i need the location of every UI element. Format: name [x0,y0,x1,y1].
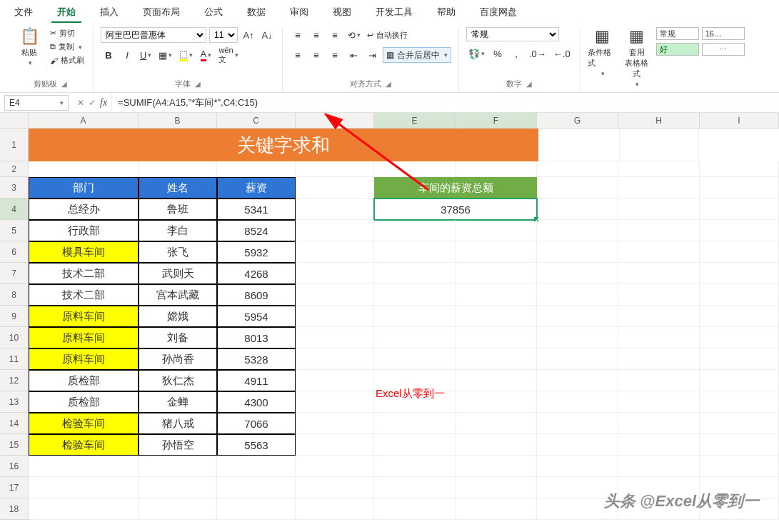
align-center-icon[interactable]: ≡ [308,47,324,63]
row-head-6[interactable]: 6 [0,241,29,263]
cell-A[interactable]: 技术二部 [29,284,139,306]
cell-B[interactable]: 狄仁杰 [139,370,217,391]
row-head-5[interactable]: 5 [0,220,29,241]
cell-D[interactable] [296,263,374,284]
cell-E[interactable] [374,284,456,306]
cell-G[interactable] [537,284,618,306]
cell-I[interactable] [700,241,779,263]
cell-D[interactable] [296,477,374,498]
cell-C[interactable] [217,161,296,177]
cell-D[interactable] [296,348,374,370]
cell-C[interactable]: 薪资 [217,177,296,199]
paste-button[interactable]: 📋粘贴▾ [14,27,44,66]
cell-G[interactable] [537,348,618,370]
dialog-launcher-icon[interactable]: ◢ [195,80,201,88]
font-size-select[interactable]: 11 [209,27,238,43]
col-head-C[interactable]: C [217,113,296,129]
menu-视图[interactable]: 视图 [327,3,357,23]
cell-B[interactable]: 孙悟空 [139,434,217,456]
cell-B[interactable]: 姓名 [139,177,217,199]
cell-H[interactable] [618,391,700,413]
menu-页面布局[interactable]: 页面布局 [137,3,186,23]
cell-E[interactable] [374,477,456,498]
indent-inc-icon[interactable]: ⇥ [364,47,380,63]
cancel-formula-icon[interactable]: ✕ [77,98,84,108]
cell-B[interactable]: 张飞 [139,241,217,263]
cell-I[interactable] [700,284,779,306]
cell-G[interactable] [537,177,618,199]
cell-B[interactable]: 武则天 [139,263,217,284]
menu-开发工具[interactable]: 开发工具 [370,3,418,23]
increase-font-icon[interactable]: A↑ [241,27,256,43]
cell-F[interactable] [456,327,537,348]
cell-H[interactable] [618,370,700,391]
cell-H[interactable] [618,284,700,306]
cell-F[interactable] [456,456,537,477]
cell-C[interactable]: 4268 [217,263,296,284]
col-head-I[interactable]: I [700,113,779,129]
cell-B[interactable]: 鲁班 [139,199,217,220]
cell-D[interactable] [296,327,374,348]
row-head-7[interactable]: 7 [0,263,29,284]
menu-文件[interactable]: 文件 [9,3,39,23]
font-name-select[interactable]: 阿里巴巴普惠体 [101,27,206,43]
cell-E[interactable] [374,498,456,520]
align-bottom-icon[interactable]: ≡ [327,27,343,43]
cell-G[interactable] [537,306,618,327]
cell-A[interactable]: 原料车间 [29,327,139,348]
row-head-3[interactable]: 3 [0,177,29,199]
cell-E[interactable] [374,327,456,348]
copy-button[interactable]: ⧉复制▾ [49,41,86,53]
style-more[interactable]: ⋯ [702,43,745,56]
cell-F[interactable] [456,413,537,434]
cell-G[interactable] [537,391,618,413]
cell-A[interactable] [29,161,139,177]
conditional-format-button[interactable]: ▦条件格式▾ [588,27,618,77]
cell-I[interactable] [620,129,699,161]
align-left-icon[interactable]: ≡ [290,47,306,63]
cell-D[interactable] [296,456,374,477]
align-right-icon[interactable]: ≡ [327,47,343,63]
row-head-11[interactable]: 11 [0,348,29,370]
cell-G[interactable] [537,220,618,241]
cell-E[interactable] [374,241,456,263]
cell-F[interactable] [456,477,537,498]
cell-C[interactable]: 4911 [217,370,296,391]
cell-A[interactable]: 总经办 [29,199,139,220]
decrease-decimal-icon[interactable]: ←.0 [551,46,573,61]
cell-D[interactable] [296,498,374,520]
cell-B[interactable] [139,161,217,177]
row-head-2[interactable]: 2 [0,161,29,177]
menu-审阅[interactable]: 审阅 [284,3,314,23]
cell-G[interactable] [537,456,618,477]
row-head-9[interactable]: 9 [0,306,29,327]
cell-I[interactable] [700,348,779,370]
name-box[interactable]: E4▾ [4,95,69,111]
align-middle-icon[interactable]: ≡ [308,27,324,43]
cell-C[interactable] [217,456,296,477]
cell-I[interactable] [700,327,779,348]
cell-F[interactable] [456,391,537,413]
cell-A[interactable] [29,456,139,477]
cell-I[interactable] [700,456,779,477]
cell-A[interactable]: 质检部 [29,370,139,391]
cell-I[interactable] [700,370,779,391]
col-head-D[interactable]: D [296,113,374,129]
cell-E[interactable] [374,306,456,327]
format-painter-button[interactable]: 🖌格式刷 [49,54,86,66]
spreadsheet-grid[interactable]: ABCDEFGHI 1关键字求和23部门姓名薪资车间的薪资总额4总经办鲁班534… [0,113,779,520]
cell-A[interactable]: 质检部 [29,391,139,413]
menu-开始[interactable]: 开始 [51,3,81,23]
cell-D[interactable] [296,434,374,456]
cell-C[interactable]: 5328 [217,348,296,370]
cell-F[interactable] [456,161,537,177]
cell-E[interactable] [374,161,456,177]
cell-B[interactable] [139,498,217,520]
cell-D[interactable] [296,241,374,263]
cell-H[interactable] [618,161,700,177]
cell-C[interactable]: 7066 [217,413,296,434]
cell-G[interactable] [537,327,618,348]
cell-F[interactable] [456,220,537,241]
cell-F[interactable] [456,306,537,327]
enter-formula-icon[interactable]: ✓ [89,98,96,108]
